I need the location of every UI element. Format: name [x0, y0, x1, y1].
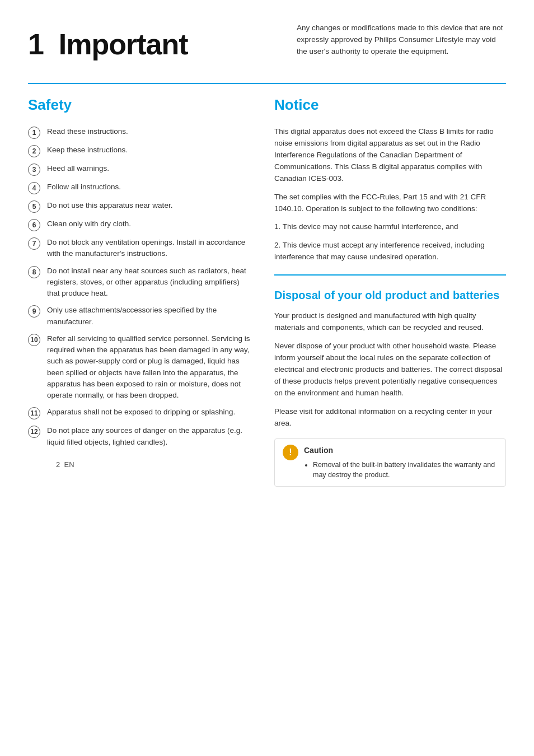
safety-item-text: Follow all instructions. [47, 181, 252, 193]
safety-item: 5Do not use this apparatus near water. [28, 200, 252, 213]
safety-item-number: 1 [28, 127, 40, 139]
safety-section: Safety 1Read these instructions.2Keep th… [28, 94, 252, 487]
safety-item-number: 3 [28, 164, 40, 176]
safety-list: 1Read these instructions.2Keep these ins… [28, 126, 252, 448]
safety-item-number: 2 [28, 145, 40, 157]
safety-item-text: Do not install near any heat sources suc… [47, 265, 252, 300]
safety-item-number: 10 [28, 334, 40, 346]
safety-item-text: Keep these instructions. [47, 144, 252, 156]
notice-paragraph: 1. This device may not cause harmful int… [274, 221, 506, 233]
safety-item: 6Clean only with dry cloth. [28, 218, 252, 231]
safety-item-text: Refer all servicing to qualified service… [47, 333, 252, 402]
safety-item-text: Do not place any sources of danger on th… [47, 425, 252, 448]
safety-item-text: Clean only with dry cloth. [47, 218, 252, 230]
safety-item: 7Do not block any ventilation openings. … [28, 237, 252, 260]
safety-item-number: 8 [28, 266, 40, 278]
disposal-heading: Disposal of your old product and batteri… [274, 287, 506, 304]
safety-item: 12Do not place any sources of danger on … [28, 425, 252, 448]
caution-list-item: Removal of the built-in battery invalida… [313, 460, 498, 481]
notice-paragraphs: This digital apparatus does not exceed t… [274, 126, 506, 263]
disposal-paragraph: Please visit for additonal information o… [274, 406, 506, 430]
safety-item-text: Heed all warnings. [47, 163, 252, 174]
disposal-paragraphs: Your product is designed and manufacture… [274, 310, 506, 429]
safety-item: 9Only use attachments/accessories specif… [28, 305, 252, 328]
safety-item-text: Do not block any ventilation openings. I… [47, 237, 252, 260]
safety-item-text: Read these instructions. [47, 126, 252, 137]
title-left: 1 Important [28, 22, 274, 77]
caution-title: Caution [304, 445, 498, 456]
safety-item-number: 11 [28, 407, 40, 419]
footer-page-number: 2 [56, 460, 60, 469]
safety-item: 8Do not install near any heat sources su… [28, 265, 252, 300]
notice-heading: Notice [274, 94, 506, 116]
safety-item-number: 5 [28, 200, 40, 213]
title-row: 1 Important Any changes or modifications… [28, 22, 506, 77]
notice-paragraph: This digital apparatus does not exceed t… [274, 126, 506, 185]
safety-item-text: Only use attachments/accessories specifi… [47, 305, 252, 328]
notice-paragraph: 2. This device must accept any interfere… [274, 240, 506, 263]
notice-divider [274, 274, 506, 276]
safety-heading: Safety [28, 94, 252, 116]
main-content: Safety 1Read these instructions.2Keep th… [28, 94, 506, 487]
safety-item: 10Refer all servicing to qualified servi… [28, 333, 252, 402]
chapter-number: 1 [28, 28, 44, 60]
safety-item: 4Follow all instructions. [28, 181, 252, 194]
safety-item: 1Read these instructions. [28, 126, 252, 139]
safety-item-number: 4 [28, 182, 40, 194]
safety-item-text: Do not use this apparatus near water. [47, 200, 252, 211]
chapter-title: Important [59, 28, 188, 60]
safety-item-number: 7 [28, 237, 40, 250]
right-section: Notice This digital apparatus does not e… [274, 94, 506, 487]
safety-item-text: Apparatus shall not be exposed to drippi… [47, 407, 252, 418]
safety-item: 3Heed all warnings. [28, 163, 252, 176]
safety-item: 2Keep these instructions. [28, 144, 252, 157]
footer: 2 EN [56, 459, 74, 470]
safety-item-number: 6 [28, 219, 40, 231]
footer-lang: EN [64, 460, 74, 469]
caution-content: Caution Removal of the built-in battery … [304, 445, 498, 481]
top-divider [28, 83, 506, 84]
safety-item: 11Apparatus shall not be exposed to drip… [28, 407, 252, 419]
safety-item-number: 12 [28, 426, 40, 438]
caution-icon: ! [283, 445, 298, 460]
page-title: 1 Important [28, 22, 274, 66]
disposal-paragraph: Your product is designed and manufacture… [274, 310, 506, 334]
intro-paragraph: Any changes or modifications made to thi… [274, 22, 506, 58]
safety-item-number: 9 [28, 305, 40, 318]
disposal-paragraph: Never dispose of your product with other… [274, 340, 506, 399]
caution-box: ! Caution Removal of the built-in batter… [274, 438, 506, 487]
caution-list: Removal of the built-in battery invalida… [304, 460, 498, 481]
notice-paragraph: The set complies with the FCC-Rules, Par… [274, 192, 506, 215]
